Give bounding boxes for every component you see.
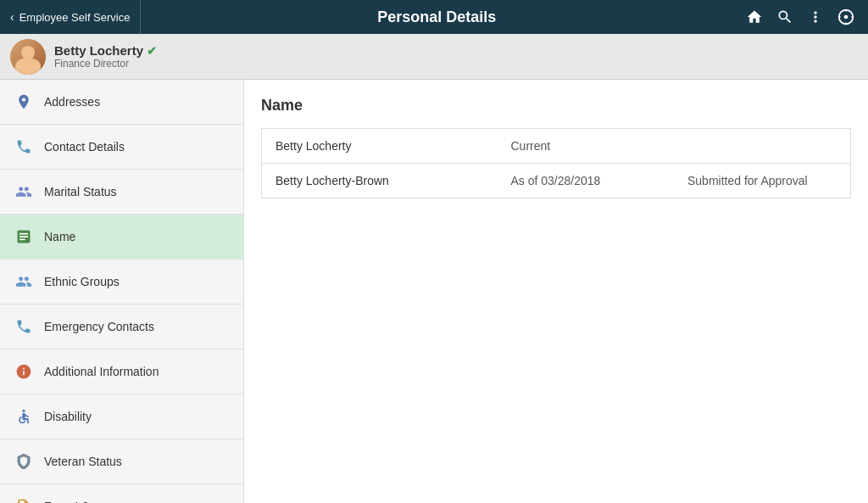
name-table: Betty Locherty Current Betty Locherty-Br… — [261, 128, 851, 198]
sidebar-item-name[interactable]: Name — [0, 215, 243, 260]
header-actions — [732, 2, 868, 32]
sidebar-item-addresses[interactable]: Addresses — [0, 80, 243, 125]
sidebar-item-ethnic-groups[interactable]: Ethnic Groups — [0, 260, 243, 305]
name-cell-1: Betty Locherty — [262, 129, 498, 164]
disability-icon — [14, 406, 34, 427]
sidebar-item-emergency-contacts[interactable]: Emergency Contacts — [0, 305, 243, 349]
form-i9-icon — [14, 496, 34, 503]
sidebar-item-veteran-status[interactable]: Veteran Status — [0, 439, 243, 484]
contact-details-label: Contact Details — [44, 140, 125, 154]
sidebar-item-disability[interactable]: Disability — [0, 394, 243, 439]
marital-icon — [14, 182, 34, 202]
home-button[interactable] — [739, 2, 770, 32]
form-i9-label: Form I-9 — [44, 500, 89, 503]
more-icon — [807, 8, 824, 25]
additional-information-label: Additional Information — [44, 365, 159, 378]
main-layout: Addresses Contact Details Marital Status — [0, 80, 868, 503]
contact-icon — [14, 137, 34, 157]
content-area: Name Betty Locherty Current Betty Locher… — [244, 80, 868, 503]
profile-title: Finance Director — [54, 58, 157, 70]
sidebar-item-contact-details[interactable]: Contact Details — [0, 125, 243, 170]
profile-name-text: Betty Locherty — [54, 43, 143, 58]
sidebar-item-additional-information[interactable]: Additional Information — [0, 349, 243, 394]
back-label: Employee Self Service — [19, 11, 131, 24]
veteran-status-label: Veteran Status — [44, 455, 122, 468]
sidebar-item-form-i9[interactable]: Form I-9 — [0, 484, 243, 503]
emergency-contacts-label: Emergency Contacts — [44, 320, 154, 333]
marital-status-label: Marital Status — [44, 185, 117, 198]
section-title: Name — [261, 97, 851, 115]
veteran-icon — [14, 451, 34, 472]
table-row: Betty Locherty Current — [262, 129, 851, 164]
profile-bar: Betty Locherty ✔ Finance Director — [0, 34, 868, 80]
app-header: ‹ Employee Self Service Personal Details — [0, 0, 868, 34]
svg-rect-5 — [19, 239, 25, 241]
back-button[interactable]: ‹ Employee Self Service — [0, 0, 141, 34]
page-title: Personal Details — [141, 8, 732, 26]
sidebar: Addresses Contact Details Marital Status — [0, 80, 244, 503]
sidebar-item-marital-status[interactable]: Marital Status — [0, 170, 243, 215]
date-cell-2: As of 03/28/2018 — [498, 164, 675, 198]
svg-rect-4 — [19, 236, 28, 238]
profile-name: Betty Locherty ✔ — [54, 43, 157, 58]
status-cell-2: Submitted for Approval — [674, 164, 851, 198]
avatar — [10, 39, 46, 75]
compass-icon — [837, 8, 855, 26]
svg-rect-3 — [19, 233, 28, 235]
name-cell-2: Betty Locherty-Brown — [262, 164, 498, 198]
name-label: Name — [44, 230, 75, 243]
more-button[interactable] — [800, 2, 831, 32]
back-arrow-icon: ‹ — [10, 10, 14, 24]
table-row: Betty Locherty-Brown As of 03/28/2018 Su… — [262, 164, 851, 198]
ethnic-icon — [14, 271, 34, 292]
date-cell-1: Current — [498, 129, 675, 164]
search-icon — [776, 8, 793, 25]
addresses-icon — [14, 92, 34, 112]
name-icon — [14, 226, 34, 247]
emergency-icon — [14, 316, 34, 337]
nav-button[interactable] — [831, 2, 861, 32]
profile-info: Betty Locherty ✔ Finance Director — [54, 43, 157, 70]
disability-label: Disability — [44, 410, 92, 423]
status-cell-1 — [674, 129, 851, 164]
search-button[interactable] — [770, 2, 800, 32]
verified-icon: ✔ — [147, 44, 157, 58]
additional-icon — [14, 361, 34, 382]
addresses-label: Addresses — [44, 95, 100, 109]
ethnic-groups-label: Ethnic Groups — [44, 275, 120, 288]
home-icon — [746, 8, 763, 25]
svg-point-6 — [22, 410, 25, 412]
svg-point-1 — [844, 15, 849, 20]
